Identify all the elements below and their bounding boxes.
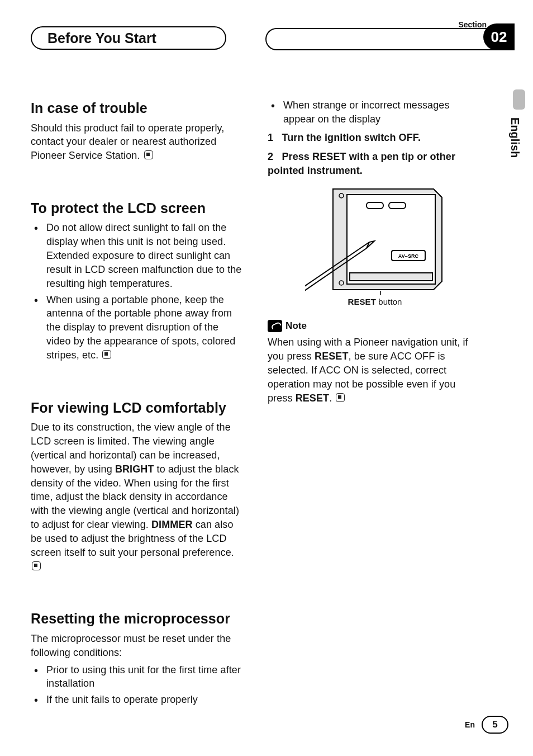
step-1: 1 Turn the ignition switch OFF.	[268, 131, 482, 145]
section-tab: Section 02	[265, 22, 502, 54]
page-number: 5	[482, 716, 508, 734]
page-footer: En 5	[465, 716, 508, 734]
body-viewing: Due to its construction, the view angle …	[31, 420, 245, 573]
heading-reset: Resetting the microprocessor	[31, 609, 245, 629]
list-item: If the unit fails to operate properly	[31, 693, 245, 707]
heading-viewing: For viewing LCD comfortably	[31, 398, 245, 418]
list-item: When using a portable phone, keep the an…	[31, 293, 245, 362]
svg-text:AV–SRC: AV–SRC	[398, 253, 419, 259]
reset-intro: The microprocessor must be reset under t…	[31, 632, 245, 660]
reset-list: Prior to using this unit for the first t…	[31, 663, 245, 707]
end-mark-icon	[144, 150, 153, 159]
pencil-icon	[268, 320, 282, 332]
step-2: 2 Press RESET with a pen tip or other po…	[268, 150, 482, 178]
body-trouble: Should this product fail to operate prop…	[31, 121, 245, 163]
end-mark-icon	[102, 350, 111, 359]
end-mark-icon	[336, 393, 345, 402]
reset-figure: AV–SRC RESET button	[302, 183, 448, 308]
list-item: When strange or incorrect messages appea…	[268, 98, 482, 126]
right-column: When strange or incorrect messages appea…	[268, 98, 482, 710]
reset-list-continued: When strange or incorrect messages appea…	[268, 98, 482, 126]
note-header: Note	[268, 319, 482, 332]
list-item: Do not allow direct sunlight to fall on …	[31, 221, 245, 290]
svg-rect-8	[350, 273, 432, 281]
chapter-title: Before You Start	[43, 26, 214, 50]
note-title: Note	[285, 319, 307, 332]
note-body: When using with a Pioneer navigation uni…	[268, 336, 482, 405]
left-column: In case of trouble Should this product f…	[31, 98, 245, 710]
footer-lang: En	[465, 720, 475, 729]
heading-protect: To protect the LCD screen	[31, 199, 245, 218]
protect-list: Do not allow direct sunlight to fall on …	[31, 221, 245, 362]
heading-trouble: In case of trouble	[31, 98, 245, 118]
language-tab: English	[512, 89, 525, 179]
section-number-badge: 02	[483, 23, 515, 50]
chapter-tab: Before You Start	[31, 27, 226, 49]
page-header: Before You Start Section 02	[31, 22, 502, 54]
figure-caption: RESET button	[302, 296, 448, 308]
language-label: English	[508, 117, 521, 158]
end-mark-icon	[32, 561, 41, 570]
reset-diagram-svg: AV–SRC	[305, 183, 445, 295]
list-item: Prior to using this unit for the first t…	[31, 663, 245, 691]
